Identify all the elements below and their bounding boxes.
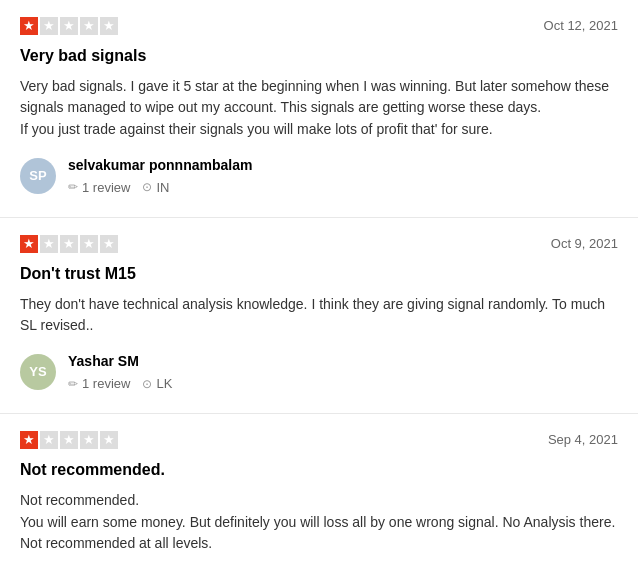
review-body: They don't have technical analysis knowl… (20, 294, 618, 337)
review-header: ★★★★★Sep 4, 2021 (20, 430, 618, 450)
review-card: ★★★★★Sep 4, 2021Not recommended.Not reco… (0, 414, 638, 565)
review-header: ★★★★★Oct 9, 2021 (20, 234, 618, 254)
reviewer-meta: ✏1 review⊙IN (68, 178, 252, 198)
star-empty-icon: ★ (60, 431, 78, 449)
reviewer-meta: ✏1 review⊙LK (68, 374, 172, 394)
star-empty-icon: ★ (100, 431, 118, 449)
location-item: ⊙LK (142, 374, 172, 394)
reviewer-name: selvakumar ponnnambalam (68, 155, 252, 176)
location-icon: ⊙ (142, 178, 152, 196)
location-item: ⊙IN (142, 178, 169, 198)
location-text: IN (156, 178, 169, 198)
review-card: ★★★★★Oct 9, 2021Don't trust M15They don'… (0, 218, 638, 414)
review-body: Very bad signals. I gave it 5 star at th… (20, 76, 618, 141)
location-icon: ⊙ (142, 375, 152, 393)
review-count-item: ✏1 review (68, 374, 130, 394)
avatar: YS (20, 354, 56, 390)
review-body: Not recommended.You will earn some money… (20, 490, 618, 555)
star-empty-icon: ★ (80, 17, 98, 35)
star-rating: ★★★★★ (20, 431, 118, 449)
reviews-list: ★★★★★Oct 12, 2021Very bad signalsVery ba… (0, 0, 638, 565)
star-filled-icon: ★ (20, 17, 38, 35)
pencil-icon: ✏ (68, 375, 78, 393)
review-date: Sep 4, 2021 (548, 430, 618, 450)
star-empty-icon: ★ (40, 235, 58, 253)
review-count: 1 review (82, 374, 130, 394)
review-count: 1 review (82, 178, 130, 198)
reviewer-details: Yashar SM✏1 review⊙LK (68, 351, 172, 394)
star-empty-icon: ★ (40, 17, 58, 35)
reviewer-details: selvakumar ponnnambalam✏1 review⊙IN (68, 155, 252, 198)
review-count-item: ✏1 review (68, 178, 130, 198)
review-card: ★★★★★Oct 12, 2021Very bad signalsVery ba… (0, 0, 638, 218)
star-filled-icon: ★ (20, 235, 38, 253)
star-rating: ★★★★★ (20, 17, 118, 35)
review-date: Oct 9, 2021 (551, 234, 618, 254)
star-empty-icon: ★ (80, 431, 98, 449)
reviewer-name: Yashar SM (68, 351, 172, 372)
star-empty-icon: ★ (60, 235, 78, 253)
review-title: Don't trust M15 (20, 262, 618, 286)
star-filled-icon: ★ (20, 431, 38, 449)
reviewer-info: YSYashar SM✏1 review⊙LK (20, 351, 618, 394)
location-text: LK (156, 374, 172, 394)
reviewer-info: SPselvakumar ponnnambalam✏1 review⊙IN (20, 155, 618, 198)
avatar: SP (20, 158, 56, 194)
star-empty-icon: ★ (100, 235, 118, 253)
review-title: Not recommended. (20, 458, 618, 482)
star-empty-icon: ★ (80, 235, 98, 253)
star-empty-icon: ★ (40, 431, 58, 449)
star-rating: ★★★★★ (20, 235, 118, 253)
star-empty-icon: ★ (100, 17, 118, 35)
review-date: Oct 12, 2021 (544, 16, 618, 36)
pencil-icon: ✏ (68, 178, 78, 196)
review-header: ★★★★★Oct 12, 2021 (20, 16, 618, 36)
star-empty-icon: ★ (60, 17, 78, 35)
review-title: Very bad signals (20, 44, 618, 68)
